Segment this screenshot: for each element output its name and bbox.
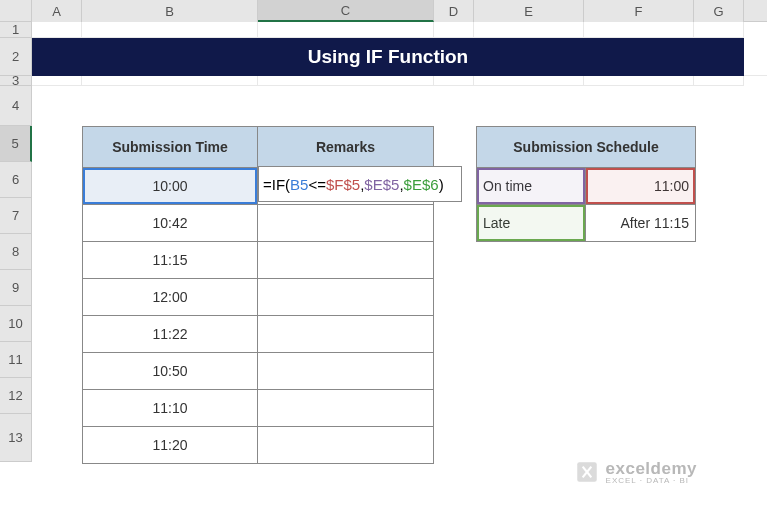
cell-B8[interactable]: 12:00 — [83, 279, 258, 315]
cell-B11[interactable]: 11:10 — [83, 390, 258, 426]
formula-edit-box[interactable]: =IF( B5 <= $F$5 , $E$5 , $E$6 ) — [258, 166, 462, 202]
row-11[interactable]: 11 — [0, 342, 32, 378]
col-E[interactable]: E — [474, 0, 584, 22]
cell-C8[interactable] — [258, 279, 433, 315]
row-4[interactable]: 4 — [0, 86, 32, 126]
cell-E6[interactable]: Late — [477, 205, 586, 241]
cell-F6[interactable]: After 11:15 — [586, 205, 695, 241]
watermark-tagline: EXCEL · DATA · BI — [606, 477, 697, 485]
watermark-brand: exceldemy — [606, 460, 697, 477]
cell-B9[interactable]: 11:22 — [83, 316, 258, 352]
schedule-table: Submission Schedule On time 11:00 Late A… — [476, 126, 696, 242]
formula-ref-E6: $E$6 — [404, 176, 439, 193]
cell-C9[interactable] — [258, 316, 433, 352]
col-B[interactable]: B — [82, 0, 258, 22]
cell-B12[interactable]: 11:20 — [83, 427, 258, 463]
cell-C7[interactable] — [258, 242, 433, 278]
select-all-corner[interactable] — [0, 0, 32, 22]
header-remarks: Remarks — [258, 127, 433, 167]
cell-C10[interactable] — [258, 353, 433, 389]
column-headers: A B C D E F G — [0, 0, 767, 22]
page-title: Using IF Function — [32, 38, 744, 76]
cell-E5[interactable]: On time — [477, 168, 586, 204]
row-2[interactable]: 2 — [0, 38, 32, 76]
row-3[interactable]: 3 — [0, 76, 32, 86]
row-headers: 1 2 3 4 5 6 7 8 9 10 11 12 13 — [0, 22, 32, 462]
header-submission-schedule: Submission Schedule — [477, 127, 695, 167]
row-8[interactable]: 8 — [0, 234, 32, 270]
row-10[interactable]: 10 — [0, 306, 32, 342]
row-9[interactable]: 9 — [0, 270, 32, 306]
watermark: exceldemy EXCEL · DATA · BI — [574, 459, 697, 485]
row-13[interactable]: 13 — [0, 414, 32, 462]
row-6[interactable]: 6 — [0, 162, 32, 198]
formula-op: <= — [308, 176, 326, 193]
cell-C12[interactable] — [258, 427, 433, 463]
col-G[interactable]: G — [694, 0, 744, 22]
row-7[interactable]: 7 — [0, 198, 32, 234]
row-5[interactable]: 5 — [0, 126, 32, 162]
col-D[interactable]: D — [434, 0, 474, 22]
excel-icon — [574, 459, 600, 485]
cell-B7[interactable]: 11:15 — [83, 242, 258, 278]
cell-B5[interactable]: 10:00 — [83, 168, 258, 204]
row-12[interactable]: 12 — [0, 378, 32, 414]
formula-ref-B5: B5 — [290, 176, 308, 193]
col-A[interactable]: A — [32, 0, 82, 22]
col-F[interactable]: F — [584, 0, 694, 22]
formula-ref-E5: $E$5 — [364, 176, 399, 193]
row-1[interactable]: 1 — [0, 22, 32, 38]
formula-suffix: ) — [439, 176, 444, 193]
cell-B10[interactable]: 10:50 — [83, 353, 258, 389]
cell-F5[interactable]: 11:00 — [586, 168, 695, 204]
formula-ref-F5: $F$5 — [326, 176, 360, 193]
header-submission-time: Submission Time — [83, 127, 258, 167]
cell-B6[interactable]: 10:42 — [83, 205, 258, 241]
col-C[interactable]: C — [258, 0, 434, 22]
cell-C6[interactable] — [258, 205, 433, 241]
formula-prefix: =IF( — [263, 176, 290, 193]
cell-C11[interactable] — [258, 390, 433, 426]
